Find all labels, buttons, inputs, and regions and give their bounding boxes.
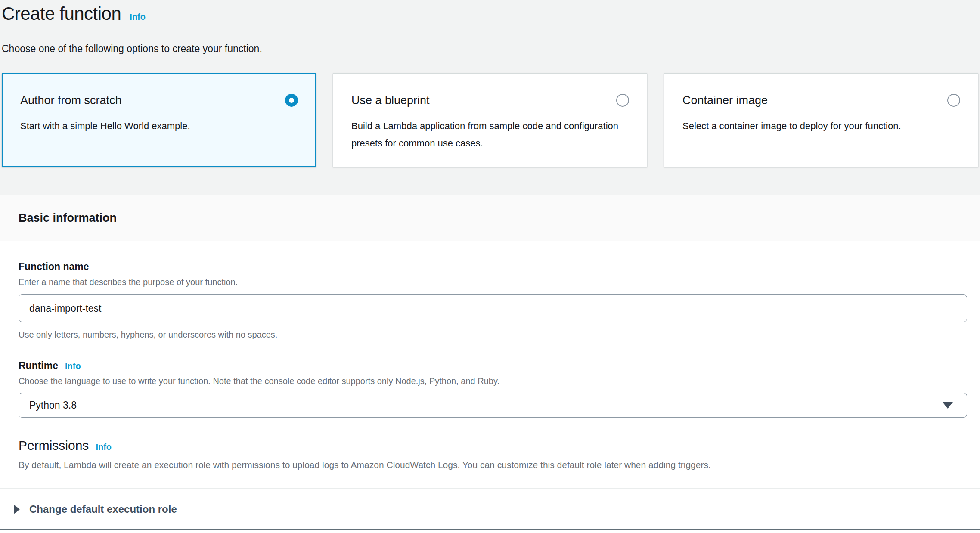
radio-container-image[interactable]	[947, 94, 960, 107]
card-description: Build a Lambda application from sample c…	[351, 118, 630, 152]
runtime-label: Runtime	[19, 359, 58, 372]
permissions-description: By default, Lambda will create an execut…	[19, 459, 967, 471]
runtime-description: Choose the language to use to write your…	[19, 375, 967, 387]
runtime-info-link[interactable]: Info	[65, 361, 81, 371]
card-description: Start with a simple Hello World example.	[20, 118, 298, 135]
runtime-label-row: Runtime Info	[19, 359, 967, 372]
card-title: Author from scratch	[20, 93, 298, 108]
title-info-link[interactable]: Info	[130, 12, 146, 22]
expander-label: Change default execution role	[29, 503, 177, 515]
option-card-use-a-blueprint[interactable]: Use a blueprint Build a Lambda applicati…	[333, 73, 647, 167]
title-row: Create function Info	[2, 2, 980, 26]
function-name-field-group: Function name Enter a name that describe…	[19, 260, 967, 340]
permissions-section: Permissions Info By default, Lambda will…	[19, 437, 967, 471]
permissions-info-link[interactable]: Info	[96, 442, 112, 452]
runtime-select[interactable]: Python 3.8	[19, 393, 967, 418]
basic-information-form: Function name Enter a name that describe…	[0, 241, 980, 471]
bottom-divider	[0, 529, 980, 530]
permissions-heading: Permissions	[19, 437, 89, 454]
page-header-section: Create function Info Choose one of the f…	[0, 0, 980, 195]
runtime-selected-option: Python 3.8	[29, 400, 77, 411]
card-description: Select a container image to deploy for y…	[682, 118, 961, 135]
runtime-field-group: Runtime Info Choose the language to use …	[19, 359, 967, 418]
creation-options: Author from scratch Start with a simple …	[2, 73, 980, 167]
basic-information-section-header: Basic information	[0, 195, 980, 241]
execution-role-expander[interactable]: Change default execution role	[0, 489, 980, 515]
option-card-author-from-scratch[interactable]: Author from scratch Start with a simple …	[2, 73, 316, 167]
caret-right-icon	[14, 505, 20, 514]
page-title: Create function	[2, 2, 121, 26]
option-card-container-image[interactable]: Container image Select a container image…	[664, 73, 978, 167]
radio-use-a-blueprint[interactable]	[616, 94, 629, 107]
function-name-input[interactable]	[19, 294, 967, 322]
permissions-heading-row: Permissions Info	[19, 437, 967, 454]
page-subtitle: Choose one of the following options to c…	[2, 42, 980, 55]
card-title: Use a blueprint	[351, 93, 630, 108]
chevron-down-icon	[943, 402, 953, 409]
function-name-label: Function name	[19, 260, 967, 273]
radio-author-from-scratch[interactable]	[285, 94, 298, 107]
function-name-description: Enter a name that describes the purpose …	[19, 276, 967, 288]
basic-information-heading: Basic information	[19, 211, 117, 225]
card-title: Container image	[682, 93, 961, 108]
function-name-constraint: Use only letters, numbers, hyphens, or u…	[19, 329, 967, 340]
